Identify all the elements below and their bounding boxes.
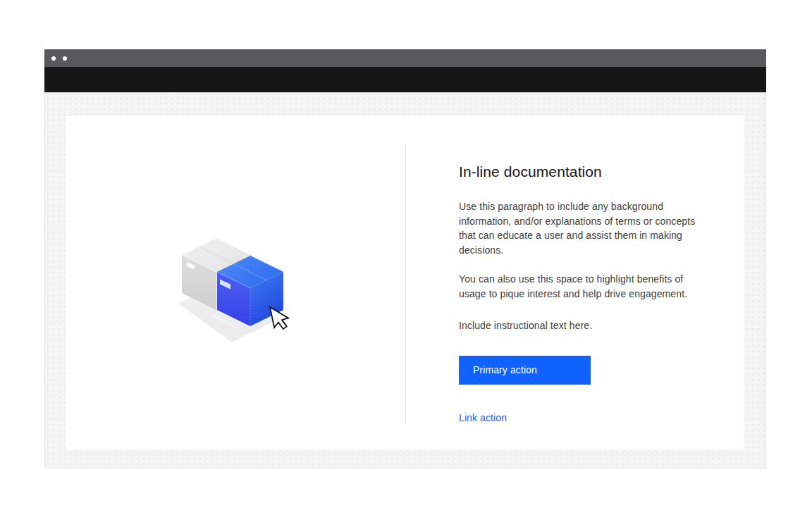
page-title: In-line documentation bbox=[459, 162, 703, 181]
browser-window: In-line documentation Use this paragraph… bbox=[44, 49, 766, 468]
inline-documentation-card: In-line documentation Use this paragraph… bbox=[66, 116, 744, 449]
browser-titlebar bbox=[44, 49, 766, 67]
documentation-panel: In-line documentation Use this paragraph… bbox=[459, 162, 703, 424]
benefits-paragraph: You can also use this space to highlight… bbox=[459, 272, 703, 301]
vertical-divider bbox=[405, 144, 406, 423]
window-control-dot[interactable] bbox=[63, 56, 67, 61]
browser-toolbar bbox=[44, 67, 766, 92]
window-control-dot[interactable] bbox=[51, 56, 56, 61]
boxes-illustration bbox=[173, 236, 296, 349]
primary-action-button[interactable]: Primary action bbox=[459, 356, 591, 385]
background-paragraph: Use this paragraph to include any backgr… bbox=[459, 199, 703, 258]
instructional-paragraph: Include instructional text here. bbox=[459, 318, 703, 333]
link-action[interactable]: Link action bbox=[459, 412, 507, 423]
